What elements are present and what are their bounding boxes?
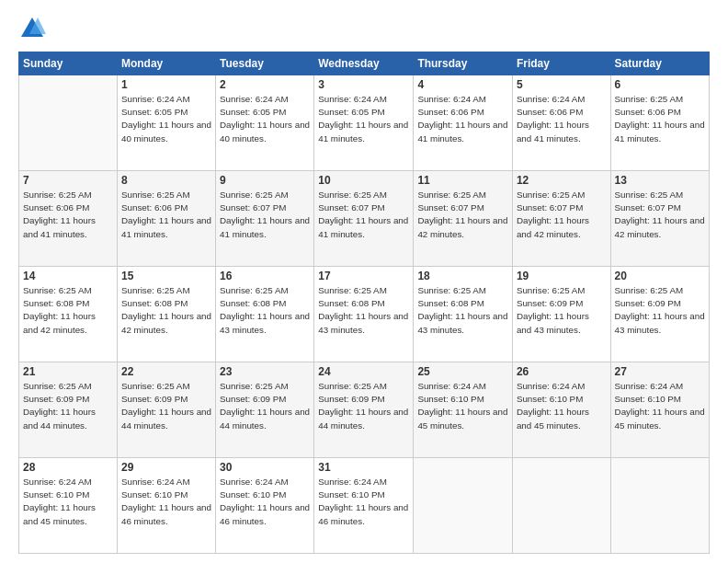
day-header-monday: Monday bbox=[117, 52, 215, 75]
day-number: 19 bbox=[517, 270, 607, 282]
calendar-cell: 12 Sunrise: 6:25 AMSunset: 6:07 PMDaylig… bbox=[512, 171, 610, 267]
day-info: Sunrise: 6:25 AMSunset: 6:08 PMDaylight:… bbox=[318, 284, 409, 337]
calendar-cell: 30 Sunrise: 6:24 AMSunset: 6:10 PMDaylig… bbox=[216, 458, 314, 554]
calendar-cell: 23 Sunrise: 6:25 AMSunset: 6:09 PMDaylig… bbox=[216, 362, 314, 458]
calendar-cell bbox=[610, 458, 709, 554]
day-info: Sunrise: 6:24 AMSunset: 6:05 PMDaylight:… bbox=[121, 93, 211, 145]
day-number: 3 bbox=[318, 78, 409, 91]
day-info: Sunrise: 6:24 AMSunset: 6:10 PMDaylight:… bbox=[615, 380, 705, 432]
day-info: Sunrise: 6:25 AMSunset: 6:08 PMDaylight:… bbox=[417, 284, 508, 337]
calendar-cell: 22 Sunrise: 6:25 AMSunset: 6:09 PMDaylig… bbox=[117, 362, 215, 458]
day-number: 16 bbox=[220, 270, 310, 282]
calendar-cell: 2 Sunrise: 6:24 AMSunset: 6:05 PMDayligh… bbox=[216, 75, 314, 171]
day-info: Sunrise: 6:25 AMSunset: 6:07 PMDaylight:… bbox=[517, 189, 607, 241]
calendar-cell: 6 Sunrise: 6:25 AMSunset: 6:06 PMDayligh… bbox=[610, 75, 709, 171]
day-number: 11 bbox=[417, 174, 508, 187]
day-number: 1 bbox=[121, 78, 211, 91]
calendar-cell: 18 Sunrise: 6:25 AMSunset: 6:08 PMDaylig… bbox=[414, 267, 513, 362]
calendar-cell: 14 Sunrise: 6:25 AMSunset: 6:08 PMDaylig… bbox=[19, 267, 118, 362]
calendar-header-row: SundayMondayTuesdayWednesdayThursdayFrid… bbox=[19, 52, 710, 75]
calendar-cell: 4 Sunrise: 6:24 AMSunset: 6:06 PMDayligh… bbox=[414, 75, 513, 171]
calendar-cell: 24 Sunrise: 6:25 AMSunset: 6:09 PMDaylig… bbox=[314, 362, 414, 458]
day-info: Sunrise: 6:25 AMSunset: 6:09 PMDaylight:… bbox=[220, 380, 310, 432]
day-number: 27 bbox=[615, 365, 705, 378]
calendar-cell: 13 Sunrise: 6:25 AMSunset: 6:07 PMDaylig… bbox=[610, 171, 709, 267]
day-header-friday: Friday bbox=[512, 52, 610, 75]
day-info: Sunrise: 6:25 AMSunset: 6:07 PMDaylight:… bbox=[318, 189, 409, 241]
day-number: 21 bbox=[23, 365, 113, 378]
day-info: Sunrise: 6:25 AMSunset: 6:09 PMDaylight:… bbox=[615, 284, 705, 337]
day-info: Sunrise: 6:25 AMSunset: 6:08 PMDaylight:… bbox=[220, 284, 310, 337]
day-number: 10 bbox=[318, 174, 409, 187]
day-number: 4 bbox=[417, 78, 508, 91]
week-row-3: 14 Sunrise: 6:25 AMSunset: 6:08 PMDaylig… bbox=[19, 267, 710, 362]
day-number: 29 bbox=[121, 461, 211, 474]
day-info: Sunrise: 6:25 AMSunset: 6:09 PMDaylight:… bbox=[121, 380, 211, 432]
day-number: 24 bbox=[318, 365, 409, 378]
day-number: 6 bbox=[615, 78, 705, 91]
calendar-cell: 29 Sunrise: 6:24 AMSunset: 6:10 PMDaylig… bbox=[117, 458, 215, 554]
day-info: Sunrise: 6:25 AMSunset: 6:06 PMDaylight:… bbox=[615, 93, 705, 145]
day-info: Sunrise: 6:25 AMSunset: 6:07 PMDaylight:… bbox=[220, 189, 310, 241]
day-info: Sunrise: 6:24 AMSunset: 6:10 PMDaylight:… bbox=[417, 380, 508, 432]
calendar-cell: 31 Sunrise: 6:24 AMSunset: 6:10 PMDaylig… bbox=[314, 458, 414, 554]
week-row-5: 28 Sunrise: 6:24 AMSunset: 6:10 PMDaylig… bbox=[19, 458, 710, 554]
calendar-cell: 1 Sunrise: 6:24 AMSunset: 6:05 PMDayligh… bbox=[117, 75, 215, 171]
day-number: 30 bbox=[220, 461, 310, 474]
calendar-cell: 5 Sunrise: 6:24 AMSunset: 6:06 PMDayligh… bbox=[512, 75, 610, 171]
calendar-cell: 16 Sunrise: 6:25 AMSunset: 6:08 PMDaylig… bbox=[216, 267, 314, 362]
calendar-cell: 20 Sunrise: 6:25 AMSunset: 6:09 PMDaylig… bbox=[610, 267, 709, 362]
day-info: Sunrise: 6:25 AMSunset: 6:08 PMDaylight:… bbox=[23, 284, 113, 337]
logo-icon bbox=[18, 15, 46, 42]
day-header-saturday: Saturday bbox=[610, 52, 709, 75]
calendar-cell: 27 Sunrise: 6:24 AMSunset: 6:10 PMDaylig… bbox=[610, 362, 709, 458]
day-number: 28 bbox=[23, 461, 113, 474]
logo bbox=[18, 15, 50, 42]
calendar-cell: 15 Sunrise: 6:25 AMSunset: 6:08 PMDaylig… bbox=[117, 267, 215, 362]
day-number: 22 bbox=[121, 365, 211, 378]
day-info: Sunrise: 6:25 AMSunset: 6:07 PMDaylight:… bbox=[417, 189, 508, 241]
calendar-cell bbox=[414, 458, 513, 554]
day-info: Sunrise: 6:24 AMSunset: 6:05 PMDaylight:… bbox=[220, 93, 310, 145]
calendar-cell: 25 Sunrise: 6:24 AMSunset: 6:10 PMDaylig… bbox=[414, 362, 513, 458]
day-number: 15 bbox=[121, 270, 211, 282]
day-number: 5 bbox=[517, 78, 607, 91]
day-number: 25 bbox=[417, 365, 508, 378]
day-number: 26 bbox=[517, 365, 607, 378]
day-header-thursday: Thursday bbox=[414, 52, 513, 75]
calendar-cell: 28 Sunrise: 6:24 AMSunset: 6:10 PMDaylig… bbox=[19, 458, 118, 554]
calendar-cell bbox=[19, 75, 118, 171]
day-number: 18 bbox=[417, 270, 508, 282]
day-number: 12 bbox=[517, 174, 607, 187]
calendar-cell: 17 Sunrise: 6:25 AMSunset: 6:08 PMDaylig… bbox=[314, 267, 414, 362]
day-number: 13 bbox=[615, 174, 705, 187]
calendar-cell: 9 Sunrise: 6:25 AMSunset: 6:07 PMDayligh… bbox=[216, 171, 314, 267]
week-row-4: 21 Sunrise: 6:25 AMSunset: 6:09 PMDaylig… bbox=[19, 362, 710, 458]
day-number: 20 bbox=[615, 270, 705, 282]
day-info: Sunrise: 6:24 AMSunset: 6:10 PMDaylight:… bbox=[220, 476, 310, 528]
day-number: 8 bbox=[121, 174, 211, 187]
week-row-2: 7 Sunrise: 6:25 AMSunset: 6:06 PMDayligh… bbox=[19, 171, 710, 267]
day-number: 2 bbox=[220, 78, 310, 91]
calendar-cell: 26 Sunrise: 6:24 AMSunset: 6:10 PMDaylig… bbox=[512, 362, 610, 458]
calendar: SundayMondayTuesdayWednesdayThursdayFrid… bbox=[18, 52, 710, 554]
day-info: Sunrise: 6:25 AMSunset: 6:09 PMDaylight:… bbox=[23, 380, 113, 432]
header bbox=[18, 15, 710, 42]
page: SundayMondayTuesdayWednesdayThursdayFrid… bbox=[0, 0, 728, 563]
day-info: Sunrise: 6:24 AMSunset: 6:10 PMDaylight:… bbox=[23, 476, 113, 528]
day-number: 31 bbox=[318, 461, 409, 474]
day-number: 14 bbox=[23, 270, 113, 282]
day-info: Sunrise: 6:24 AMSunset: 6:10 PMDaylight:… bbox=[318, 476, 409, 528]
week-row-1: 1 Sunrise: 6:24 AMSunset: 6:05 PMDayligh… bbox=[19, 75, 710, 171]
day-info: Sunrise: 6:25 AMSunset: 6:07 PMDaylight:… bbox=[615, 189, 705, 241]
calendar-cell: 19 Sunrise: 6:25 AMSunset: 6:09 PMDaylig… bbox=[512, 267, 610, 362]
calendar-cell: 10 Sunrise: 6:25 AMSunset: 6:07 PMDaylig… bbox=[314, 171, 414, 267]
day-number: 7 bbox=[23, 174, 113, 187]
calendar-cell: 8 Sunrise: 6:25 AMSunset: 6:06 PMDayligh… bbox=[117, 171, 215, 267]
day-info: Sunrise: 6:24 AMSunset: 6:05 PMDaylight:… bbox=[318, 93, 409, 145]
day-info: Sunrise: 6:25 AMSunset: 6:06 PMDaylight:… bbox=[121, 189, 211, 241]
day-header-sunday: Sunday bbox=[19, 52, 118, 75]
day-header-wednesday: Wednesday bbox=[314, 52, 414, 75]
calendar-cell bbox=[512, 458, 610, 554]
day-info: Sunrise: 6:24 AMSunset: 6:10 PMDaylight:… bbox=[517, 380, 607, 432]
